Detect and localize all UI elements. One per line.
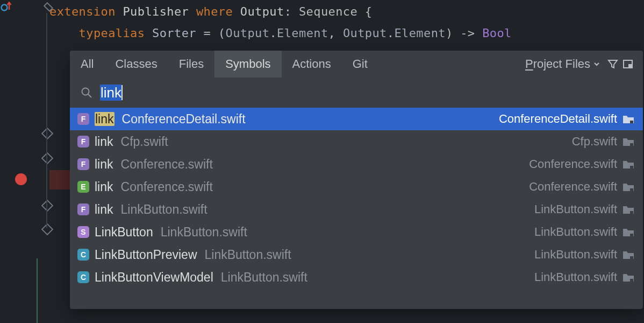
code-token: Bool bbox=[482, 26, 512, 40]
svg-line-4 bbox=[88, 94, 91, 97]
code-token: ) -> bbox=[446, 26, 482, 40]
tab-all[interactable]: All bbox=[70, 51, 104, 78]
code-token: Publisher bbox=[123, 5, 196, 18]
result-context: Conference.swift bbox=[121, 180, 213, 194]
result-context: LinkButton.swift bbox=[221, 270, 307, 285]
result-context: LinkButton.swift bbox=[161, 225, 247, 240]
result-match: link bbox=[95, 157, 113, 172]
fold-marker-icon[interactable] bbox=[43, 201, 52, 210]
result-match: link bbox=[95, 180, 113, 194]
svg-rect-11 bbox=[630, 256, 633, 259]
folder-icon bbox=[622, 182, 634, 192]
search-result-row[interactable]: FlinkLinkButton.swiftLinkButton.swift bbox=[70, 198, 643, 221]
result-location: LinkButton.swift bbox=[534, 270, 617, 284]
folder-icon bbox=[622, 227, 634, 237]
code-indent bbox=[49, 26, 79, 40]
search-result-row[interactable]: CLinkButtonViewModelLinkButton.swiftLink… bbox=[70, 266, 643, 289]
result-location: Cfp.swift bbox=[572, 135, 617, 149]
svg-rect-7 bbox=[630, 166, 633, 168]
tab-classes[interactable]: Classes bbox=[104, 51, 168, 78]
result-kind-badge: S bbox=[77, 226, 89, 238]
svg-point-0 bbox=[2, 5, 8, 11]
editor-gutter bbox=[0, 0, 49, 323]
result-location: ConferenceDetail.swift bbox=[499, 112, 617, 126]
result-context: Conference.swift bbox=[121, 157, 213, 172]
result-kind-badge: C bbox=[77, 271, 89, 283]
search-result-row[interactable]: CLinkButtonPreviewLinkButton.swiftLinkBu… bbox=[70, 243, 643, 266]
result-location: Conference.swift bbox=[529, 180, 617, 194]
search-result-row[interactable]: SLinkButtonLinkButton.swiftLinkButton.sw… bbox=[70, 221, 643, 243]
svg-rect-5 bbox=[630, 121, 633, 123]
result-kind-badge: F bbox=[77, 203, 89, 215]
result-context: LinkButton.swift bbox=[121, 202, 207, 217]
result-context: ConferenceDetail.swift bbox=[122, 112, 246, 127]
fold-marker-icon[interactable] bbox=[43, 154, 52, 163]
tab-actions[interactable]: Actions bbox=[282, 51, 342, 78]
result-location: LinkButton.swift bbox=[534, 202, 617, 216]
fold-marker-icon[interactable] bbox=[43, 129, 52, 138]
scope-label-rest: roject Files bbox=[533, 57, 590, 71]
code-token: . bbox=[269, 26, 277, 40]
result-location: LinkButton.swift bbox=[534, 225, 617, 239]
open-in-tool-window-icon[interactable] bbox=[620, 51, 635, 78]
tab-git[interactable]: Git bbox=[342, 51, 378, 78]
result-match: LinkButton bbox=[95, 225, 153, 240]
search-result-row[interactable]: ElinkConference.swiftConference.swift bbox=[70, 175, 643, 198]
result-match: link bbox=[95, 202, 113, 217]
code-token: Output bbox=[343, 26, 387, 40]
search-result-row[interactable]: FlinkCfp.swiftCfp.swift bbox=[70, 130, 643, 153]
filter-icon[interactable] bbox=[605, 51, 620, 78]
folder-icon bbox=[622, 159, 634, 169]
code-token: , bbox=[328, 26, 343, 40]
search-query-text: link bbox=[100, 85, 122, 101]
breakpoint-icon[interactable] bbox=[15, 173, 27, 185]
scope-mnemonic: P bbox=[525, 57, 533, 71]
code-token: where bbox=[196, 5, 240, 18]
result-location: Conference.swift bbox=[529, 157, 617, 171]
tab-symbols[interactable]: Symbols bbox=[214, 51, 281, 78]
result-match: link bbox=[95, 112, 115, 127]
svg-rect-12 bbox=[630, 279, 633, 282]
code-token: . bbox=[387, 26, 395, 40]
result-kind-badge: F bbox=[77, 113, 89, 125]
search-input[interactable]: link bbox=[100, 85, 123, 101]
override-marker-icon[interactable] bbox=[0, 0, 49, 13]
folder-icon bbox=[622, 250, 634, 259]
result-kind-badge: E bbox=[77, 181, 89, 193]
folder-icon bbox=[622, 137, 634, 146]
code-token: : Sequence { bbox=[284, 5, 373, 18]
svg-rect-10 bbox=[630, 234, 633, 236]
scope-selector[interactable]: Project Files bbox=[520, 57, 605, 71]
result-match: link bbox=[95, 135, 113, 149]
code-token: Element bbox=[277, 26, 328, 40]
result-kind-badge: C bbox=[77, 249, 89, 261]
editor-code[interactable]: extension Publisher where Output: Sequen… bbox=[49, 0, 644, 44]
search-tabs: All Classes Files Symbols Actions Git Pr… bbox=[70, 51, 643, 78]
search-result-row[interactable]: FlinkConference.swiftConference.swift bbox=[70, 153, 643, 175]
search-results-list: FlinkConferenceDetail.swiftConferenceDet… bbox=[70, 108, 643, 289]
code-token: extension bbox=[49, 5, 123, 18]
tab-files[interactable]: Files bbox=[168, 51, 214, 78]
svg-rect-6 bbox=[630, 143, 633, 146]
result-context: LinkButton.swift bbox=[205, 248, 291, 262]
result-kind-badge: F bbox=[77, 158, 89, 170]
svg-rect-8 bbox=[630, 188, 633, 191]
folder-icon bbox=[622, 272, 634, 282]
result-location: LinkButton.swift bbox=[534, 248, 617, 262]
folder-icon bbox=[622, 205, 634, 214]
fold-marker-icon[interactable] bbox=[43, 225, 52, 234]
result-kind-badge: F bbox=[77, 136, 89, 148]
result-context: Cfp.swift bbox=[121, 135, 168, 149]
result-match: LinkButtonPreview bbox=[95, 248, 197, 262]
search-everywhere-popup: All Classes Files Symbols Actions Git Pr… bbox=[70, 51, 643, 309]
result-match: LinkButtonViewModel bbox=[95, 270, 213, 285]
folder-icon bbox=[622, 114, 634, 124]
code-token: typealias bbox=[79, 26, 152, 40]
svg-point-3 bbox=[82, 88, 89, 95]
search-icon bbox=[81, 87, 92, 99]
search-input-row: link bbox=[70, 78, 643, 108]
svg-rect-9 bbox=[630, 211, 633, 214]
text-caret bbox=[121, 85, 123, 100]
search-result-row[interactable]: FlinkConferenceDetail.swiftConferenceDet… bbox=[70, 108, 643, 130]
code-token: Output bbox=[226, 26, 270, 40]
